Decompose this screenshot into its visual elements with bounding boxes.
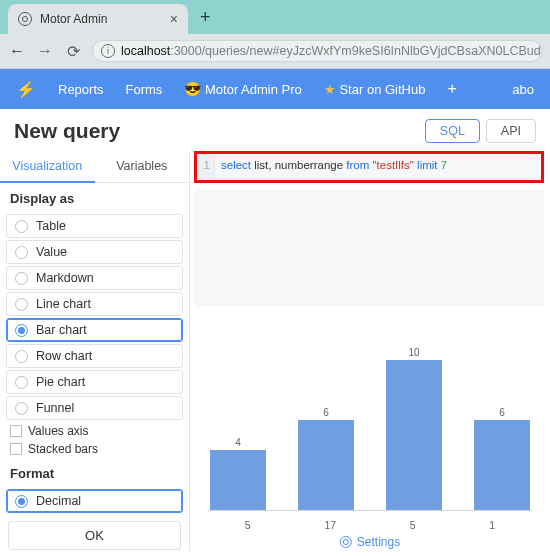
browser-tab[interactable]: Motor Admin × (8, 4, 188, 34)
ok-button[interactable]: OK (8, 521, 181, 550)
mode-sql-button[interactable]: SQL (425, 119, 480, 143)
sql-editor-highlight: 1 select list, numberrange from "testIlf… (194, 151, 544, 183)
display-option-bar-chart[interactable]: Bar chart (6, 318, 183, 342)
tab-visualization[interactable]: Visualization (0, 151, 95, 183)
radio-icon (15, 350, 28, 363)
bar-column[interactable]: 4 (210, 437, 266, 510)
x-tick-label: 5 (410, 519, 416, 531)
logo-bolt-icon[interactable]: ⚡ (16, 80, 36, 99)
nav-forward-icon[interactable]: → (36, 42, 54, 60)
checkbox-icon (10, 443, 22, 455)
bar-value-label: 6 (499, 407, 505, 418)
sql-editor[interactable]: 1 select list, numberrange from "testIlf… (197, 154, 541, 180)
option-label: Table (36, 219, 66, 233)
app-nav: ⚡ Reports Forms 😎 Motor Admin Pro ★ Star… (0, 69, 550, 109)
format-option-decimal[interactable]: Decimal (6, 489, 183, 513)
url-port: :3000 (170, 44, 201, 58)
option-label: Value (36, 245, 67, 259)
browser-toolbar: ← → ⟳ i localhost:3000/queries/new#eyJzc… (0, 34, 550, 69)
chart-settings-link[interactable]: Settings (340, 535, 400, 549)
display-option-row-chart[interactable]: Row chart (6, 344, 183, 368)
option-label: Markdown (36, 271, 94, 285)
format-heading: Format (0, 458, 189, 487)
bar-column[interactable]: 10 (386, 347, 442, 510)
display-option-markdown[interactable]: Markdown (6, 266, 183, 290)
mode-api-button[interactable]: API (486, 119, 536, 143)
nav-forms[interactable]: Forms (126, 82, 163, 97)
bar (474, 420, 530, 510)
star-icon: ★ (324, 82, 336, 97)
address-bar[interactable]: i localhost:3000/queries/new#eyJzcWxfYm9… (92, 40, 542, 62)
nav-star-github[interactable]: ★ Star on GitHub (324, 82, 426, 97)
values-axis-checkbox[interactable]: Values axis (0, 422, 189, 440)
page-title: New query (14, 119, 120, 143)
nav-add-button[interactable]: + (447, 80, 456, 98)
url-path: /queries/new#eyJzcWxfYm9keSI6InNlbGVjdCB… (202, 44, 542, 58)
radio-icon (15, 298, 28, 311)
tab-title: Motor Admin (40, 12, 107, 26)
bar (386, 360, 442, 510)
x-tick-label: 17 (324, 519, 336, 531)
nav-pro[interactable]: 😎 Motor Admin Pro (184, 81, 301, 97)
nav-reports[interactable]: Reports (58, 82, 104, 97)
bar-value-label: 4 (235, 437, 241, 448)
bar-value-label: 6 (323, 407, 329, 418)
display-option-pie-chart[interactable]: Pie chart (6, 370, 183, 394)
stacked-bars-checkbox[interactable]: Stacked bars (0, 440, 189, 458)
bar-column[interactable]: 6 (474, 407, 530, 510)
sidebar: Visualization Variables Display as Table… (0, 151, 190, 551)
bar-column[interactable]: 6 (298, 407, 354, 510)
radio-icon (15, 272, 28, 285)
nav-right-fragment[interactable]: abo (512, 82, 534, 97)
radio-icon (15, 324, 28, 337)
sunglasses-icon: 😎 (184, 81, 201, 97)
x-tick-label: 1 (489, 519, 495, 531)
close-tab-icon[interactable]: × (170, 11, 178, 27)
radio-icon (15, 246, 28, 259)
editor-gutter: 1 (197, 154, 215, 180)
checkbox-icon (10, 425, 22, 437)
chart-area: 46106 51751 Settings (190, 307, 550, 551)
display-option-funnel[interactable]: Funnel (6, 396, 183, 420)
display-option-value[interactable]: Value (6, 240, 183, 264)
url-host: localhost (121, 44, 170, 58)
page-header: New query SQL API (0, 109, 550, 151)
display-option-line-chart[interactable]: Line chart (6, 292, 183, 316)
x-tick-label: 5 (245, 519, 251, 531)
site-favicon (18, 12, 32, 26)
editor-empty-area[interactable] (194, 189, 544, 307)
tab-variables[interactable]: Variables (95, 151, 190, 183)
editor-code[interactable]: select list, numberrange from "testIlfs"… (215, 154, 453, 180)
radio-icon (15, 495, 28, 508)
nav-reload-icon[interactable]: ⟳ (64, 42, 82, 61)
bar (210, 450, 266, 510)
gear-icon (340, 536, 352, 548)
option-label: Bar chart (36, 323, 87, 337)
option-label: Funnel (36, 401, 74, 415)
bar (298, 420, 354, 510)
bar-value-label: 10 (408, 347, 419, 358)
browser-tab-strip: Motor Admin × + (0, 0, 550, 34)
radio-icon (15, 220, 28, 233)
radio-icon (15, 376, 28, 389)
display-as-heading: Display as (0, 183, 189, 212)
display-option-table[interactable]: Table (6, 214, 183, 238)
site-info-icon[interactable]: i (101, 44, 115, 58)
option-label: Line chart (36, 297, 91, 311)
nav-back-icon[interactable]: ← (8, 42, 26, 60)
option-label: Decimal (36, 494, 81, 508)
radio-icon (15, 402, 28, 415)
new-tab-button[interactable]: + (192, 7, 219, 28)
option-label: Row chart (36, 349, 92, 363)
option-label: Pie chart (36, 375, 85, 389)
